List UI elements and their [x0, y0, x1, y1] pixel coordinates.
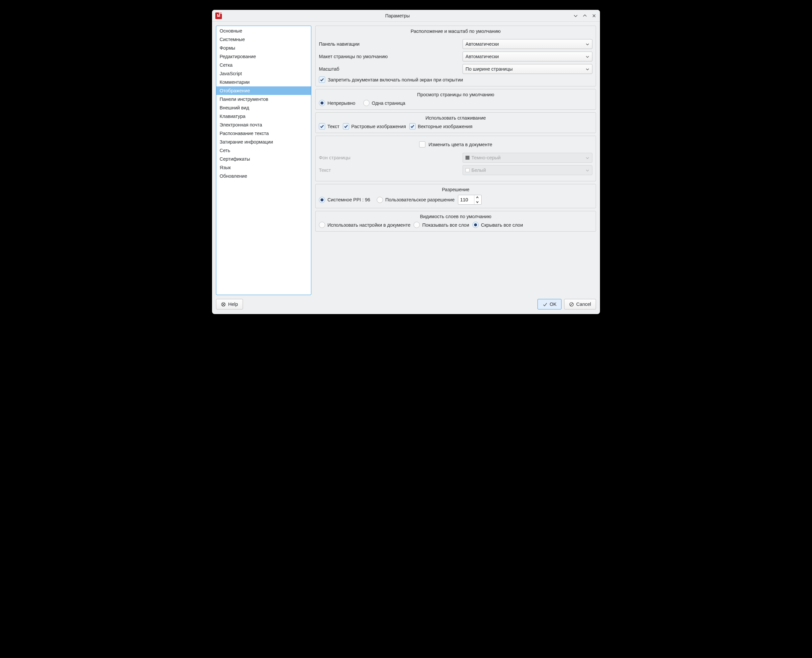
group-smoothing: Использовать сглаживание Текст Растровые… — [315, 112, 596, 133]
disable-fullscreen-label: Запретить документам включать полный экр… — [328, 77, 463, 83]
hide-all-layers-label: Скрывать все слои — [481, 222, 523, 228]
text-color-combo: Белый — [463, 165, 592, 175]
group-colors: Изменить цвета в документе Фон страницы … — [315, 136, 596, 181]
show-all-layers-label: Показывать все слои — [422, 222, 469, 228]
sidebar-item-appearance[interactable]: Внешний вид — [216, 103, 311, 112]
sidebar-item-editing[interactable]: Редактирование — [216, 52, 311, 61]
text-color-value: Белый — [465, 168, 486, 173]
check-icon — [542, 302, 547, 307]
chevron-down-icon — [586, 55, 589, 58]
sidebar-item-network[interactable]: Сеть — [216, 146, 311, 155]
dialog-footer: Help OK Cancel — [212, 299, 600, 314]
sidebar-item-update[interactable]: Обновление — [216, 172, 311, 180]
maximize-icon[interactable] — [582, 13, 587, 19]
group-layers-title: Видимость слоев по умолчанию — [319, 213, 592, 222]
smooth-raster-checkbox[interactable] — [343, 123, 349, 129]
window-title: Параметры — [222, 13, 573, 19]
chevron-down-icon — [586, 42, 589, 46]
sidebar-item-javascript[interactable]: JavaScript — [216, 69, 311, 78]
group-smoothing-title: Использовать сглаживание — [319, 114, 592, 123]
custom-resolution-radio[interactable] — [377, 197, 383, 203]
close-icon[interactable] — [591, 13, 597, 19]
custom-resolution-label: Пользовательское разрешение — [385, 197, 455, 202]
group-resolution-title: Разрешение — [319, 186, 592, 195]
sidebar-item-general[interactable]: Основные — [216, 27, 311, 35]
single-page-radio[interactable] — [363, 100, 369, 106]
sidebar-item-ocr[interactable]: Распознавание текста — [216, 129, 311, 138]
settings-panel: Расположение и масштаб по умолчанию Пане… — [315, 26, 596, 295]
smooth-vector-label: Векторные изображения — [418, 124, 473, 129]
sidebar-item-system[interactable]: Системные — [216, 35, 311, 44]
sidebar-item-keyboard[interactable]: Клавиатура — [216, 112, 311, 121]
group-page-view-title: Просмотр страницы по умолчанию — [319, 91, 592, 100]
continuous-radio[interactable] — [319, 100, 325, 106]
titlebar: M Параметры — [212, 10, 600, 22]
sidebar-item-language[interactable]: Язык — [216, 163, 311, 172]
preferences-window: M Параметры Основные Системные Формы Ред… — [212, 10, 600, 314]
change-colors-label: Изменить цвета в документе — [429, 142, 492, 147]
svg-line-6 — [570, 303, 573, 306]
page-layout-label: Макет страницы по умолчанию — [319, 54, 463, 59]
ok-button[interactable]: OK — [537, 299, 561, 309]
cancel-button-label: Cancel — [576, 302, 591, 307]
change-colors-checkbox[interactable] — [419, 141, 426, 147]
smooth-raster-label: Растровые изображения — [352, 124, 406, 129]
custom-resolution-spinbox[interactable] — [458, 195, 482, 205]
nav-panel-label: Панель навигации — [319, 41, 463, 47]
group-layout: Расположение и масштаб по умолчанию Пане… — [315, 26, 596, 86]
page-layout-combo[interactable]: Автоматически — [463, 52, 592, 61]
nav-panel-value: Автоматически — [465, 41, 499, 47]
custom-resolution-input[interactable] — [458, 197, 474, 202]
smooth-text-checkbox[interactable] — [319, 123, 325, 129]
chevron-down-icon — [586, 156, 589, 160]
spin-down-button[interactable] — [474, 200, 481, 204]
chevron-down-icon — [586, 168, 589, 172]
content-area: Основные Системные Формы Редактирование … — [212, 22, 600, 299]
sidebar-item-forms[interactable]: Формы — [216, 44, 311, 52]
single-page-label: Одна страница — [372, 100, 405, 106]
chevron-down-icon — [586, 67, 589, 71]
smooth-text-label: Текст — [327, 124, 339, 129]
nav-panel-combo[interactable]: Автоматически — [463, 39, 592, 49]
sidebar-item-certificates[interactable]: Сертификаты — [216, 155, 311, 163]
text-color-label: Текст — [319, 168, 463, 173]
spin-up-button[interactable] — [474, 195, 481, 200]
use-doc-layers-label: Использовать настройки в документе — [327, 222, 410, 228]
sidebar-item-toolbars[interactable]: Панели инструментов — [216, 95, 311, 103]
app-icon: M — [215, 13, 222, 19]
sidebar-item-display[interactable]: Отображение — [216, 86, 311, 95]
page-layout-value: Автоматически — [465, 54, 499, 59]
help-button-label: Help — [228, 302, 238, 307]
sidebar-item-grid[interactable]: Сетка — [216, 61, 311, 69]
minimize-icon[interactable] — [573, 13, 578, 19]
window-controls — [573, 13, 597, 19]
cancel-button[interactable]: Cancel — [564, 299, 596, 309]
group-layers: Видимость слоев по умолчанию Использоват… — [315, 211, 596, 232]
cancel-icon — [569, 302, 574, 307]
sidebar-item-email[interactable]: Электронная почта — [216, 121, 311, 129]
group-layout-title: Расположение и масштаб по умолчанию — [319, 28, 592, 36]
zoom-value: По ширине страницы — [465, 66, 512, 72]
show-all-layers-radio[interactable] — [413, 222, 420, 228]
zoom-label: Масштаб — [319, 66, 463, 72]
use-doc-layers-radio[interactable] — [319, 222, 325, 228]
system-ppi-radio[interactable] — [319, 197, 325, 203]
help-button[interactable]: Help — [216, 299, 243, 309]
system-ppi-label: Системное PPI : 96 — [327, 197, 370, 202]
group-resolution: Разрешение Системное PPI : 96 Пользовате… — [315, 184, 596, 208]
ok-button-label: OK — [550, 302, 556, 307]
category-sidebar: Основные Системные Формы Редактирование … — [216, 26, 311, 295]
sidebar-item-redaction[interactable]: Затирание информации — [216, 138, 311, 146]
continuous-label: Непрерывно — [327, 100, 355, 106]
smooth-vector-checkbox[interactable] — [409, 123, 416, 129]
page-bg-combo: Темно-серый — [463, 153, 592, 163]
darkgray-swatch-icon — [465, 156, 470, 160]
hide-all-layers-radio[interactable] — [473, 222, 479, 228]
group-page-view: Просмотр страницы по умолчанию Непрерывн… — [315, 89, 596, 110]
disable-fullscreen-checkbox[interactable] — [319, 77, 325, 83]
page-bg-label: Фон страницы — [319, 155, 463, 160]
help-icon — [221, 302, 226, 307]
page-bg-value: Темно-серый — [465, 155, 501, 160]
sidebar-item-comments[interactable]: Комментарии — [216, 78, 311, 86]
zoom-combo[interactable]: По ширине страницы — [463, 64, 592, 74]
